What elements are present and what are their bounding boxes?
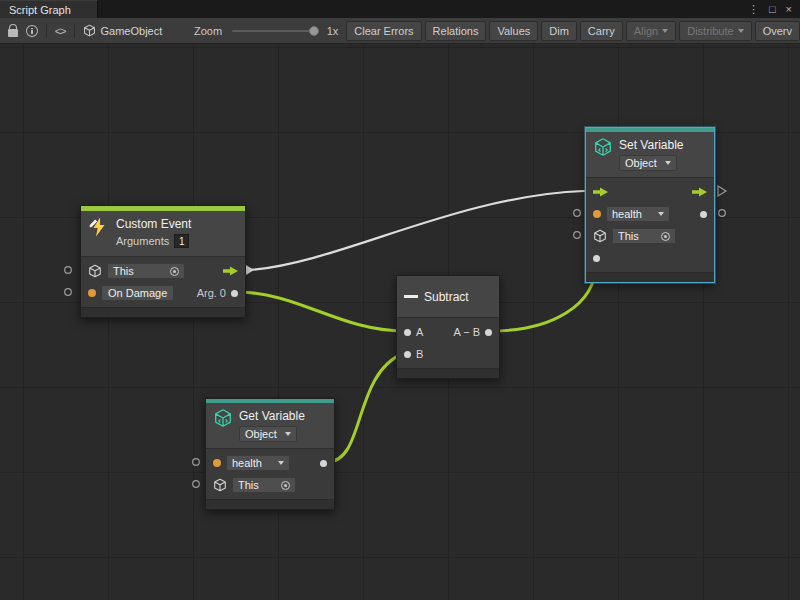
align-label: Align — [634, 25, 658, 37]
window-maximize-icon[interactable]: □ — [769, 3, 776, 15]
edit-script-icon[interactable]: <> — [55, 25, 66, 37]
values-button[interactable]: Values — [489, 21, 538, 41]
target-dropdown[interactable]: This — [232, 477, 296, 493]
variable-name-value: health — [612, 208, 642, 220]
toolbar-buttons: Clear Errors Relations Values Dim Carry … — [346, 21, 800, 41]
variable-kind-dropdown[interactable]: Object — [239, 426, 297, 442]
distribute-label: Distribute — [687, 25, 733, 37]
lock-icon[interactable] — [8, 29, 18, 37]
target-icon — [661, 232, 670, 241]
toolbar-divider — [74, 24, 75, 38]
tab-script-graph[interactable]: Script Graph — [0, 0, 98, 18]
window-close-icon[interactable]: × — [786, 3, 792, 15]
arguments-input[interactable]: 1 — [174, 234, 189, 248]
node-title: Get Variable — [239, 408, 305, 423]
event-name-label: On Damage — [108, 287, 167, 299]
input-a-label: A — [416, 326, 423, 338]
info-icon[interactable] — [26, 25, 38, 37]
chevron-down-icon — [658, 212, 664, 216]
node-footer — [206, 499, 334, 509]
graph-toolbar: <> GameObject Zoom 1x Clear Errors Relat… — [0, 18, 800, 44]
chevron-down-icon — [665, 161, 671, 165]
variable-name-value: health — [232, 457, 262, 469]
variable-kind-dropdown[interactable]: Object — [619, 155, 677, 171]
node-footer — [397, 368, 499, 378]
cube-icon — [83, 24, 96, 37]
target-value: This — [113, 265, 134, 277]
node-title: Custom Event — [116, 216, 191, 231]
node-footer — [586, 272, 714, 282]
dim-button[interactable]: Dim — [541, 21, 577, 41]
variable-cube-icon — [593, 137, 613, 157]
flow-output-port[interactable] — [223, 266, 238, 276]
target-dropdown[interactable]: This — [612, 228, 676, 244]
window-menu-icon[interactable]: ⋮ — [748, 3, 759, 16]
event-trigger-port[interactable] — [88, 289, 96, 297]
target-value: This — [238, 479, 259, 491]
node-custom-event[interactable]: Custom Event Arguments 1 This On Damag — [80, 205, 246, 318]
arg0-label: Arg. 0 — [197, 287, 226, 299]
flow-input-port[interactable] — [593, 187, 608, 197]
custom-event-icon — [88, 216, 110, 238]
zoom-value: 1x — [327, 25, 339, 37]
carry-label: Carry — [588, 25, 615, 37]
chevron-down-icon — [662, 29, 668, 33]
chevron-down-icon — [285, 432, 291, 436]
node-subtract[interactable]: Subtract A A − B B — [396, 275, 500, 379]
variable-kind-value: Object — [625, 157, 657, 169]
variable-cube-icon — [213, 408, 233, 428]
input-b-label: B — [416, 348, 423, 360]
variable-name-dropdown[interactable]: health — [606, 206, 670, 222]
chevron-down-icon — [278, 461, 284, 465]
overview-button[interactable]: Overv — [755, 21, 800, 41]
relations-label: Relations — [433, 25, 479, 37]
flow-output-port[interactable] — [692, 187, 707, 197]
node-get-variable[interactable]: Get Variable Object health This — [205, 398, 335, 510]
distribute-button[interactable]: Distribute — [679, 21, 751, 41]
values-label: Values — [497, 25, 530, 37]
gameobject-selector[interactable]: GameObject — [83, 24, 163, 37]
clear-errors-button[interactable]: Clear Errors — [346, 21, 421, 41]
event-name-box[interactable]: On Damage — [101, 285, 174, 301]
gameobject-icon — [88, 264, 102, 278]
align-button[interactable]: Align — [626, 21, 676, 41]
node-title: Set Variable — [619, 137, 683, 152]
node-title: Subtract — [424, 289, 469, 304]
gameobject-icon — [593, 229, 607, 243]
zoom-slider[interactable] — [232, 30, 317, 32]
value-output-port[interactable] — [320, 460, 327, 467]
output-port[interactable] — [485, 329, 492, 336]
clear-errors-label: Clear Errors — [354, 25, 413, 37]
toolbar-divider — [46, 24, 47, 38]
variable-kind-value: Object — [245, 428, 277, 440]
zoom-slider-handle[interactable] — [309, 26, 319, 36]
output-label: A − B — [453, 326, 480, 338]
node-set-variable[interactable]: Set Variable Object health — [585, 127, 715, 283]
target-value: This — [618, 230, 639, 242]
gameobject-label: GameObject — [101, 25, 163, 37]
relations-button[interactable]: Relations — [425, 21, 487, 41]
input-b-port[interactable] — [404, 351, 411, 358]
window-tab-bar: Script Graph ⋮ □ × — [0, 0, 800, 18]
dim-label: Dim — [549, 25, 569, 37]
variable-name-dropdown[interactable]: health — [226, 455, 290, 471]
carry-button[interactable]: Carry — [580, 21, 623, 41]
variable-name-port[interactable] — [213, 459, 221, 467]
overview-label: Overv — [763, 25, 792, 37]
gameobject-icon — [213, 478, 227, 492]
tab-title: Script Graph — [9, 4, 71, 16]
window-controls: ⋮ □ × — [748, 0, 800, 18]
chevron-down-icon — [738, 29, 744, 33]
subtract-icon — [404, 295, 418, 298]
variable-name-port[interactable] — [593, 210, 601, 218]
arguments-label: Arguments — [116, 235, 169, 247]
target-icon — [281, 481, 290, 490]
input-a-port[interactable] — [404, 329, 411, 336]
target-dropdown[interactable]: This — [107, 263, 185, 279]
node-footer — [81, 307, 245, 317]
target-icon — [170, 267, 179, 276]
value-input-port[interactable] — [593, 255, 600, 262]
zoom-label: Zoom — [194, 25, 222, 37]
value-output-port[interactable] — [700, 211, 707, 218]
arg0-output-port[interactable] — [231, 290, 238, 297]
